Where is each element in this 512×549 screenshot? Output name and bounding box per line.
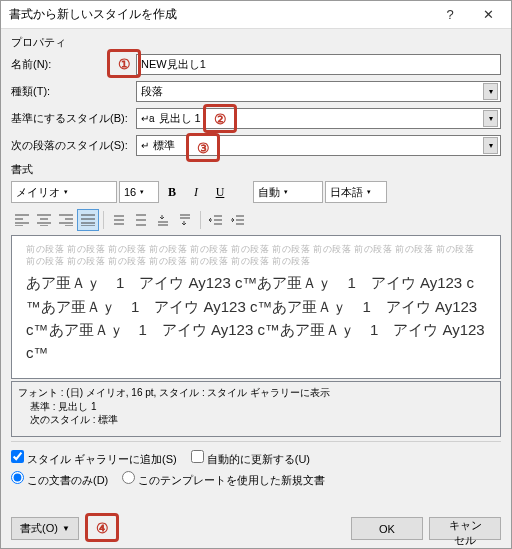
callout-1: ① (107, 49, 141, 78)
indent-increase-button[interactable] (227, 209, 249, 231)
paragraph-toolbar (11, 207, 501, 231)
divider (11, 441, 501, 442)
font-color-combo[interactable]: 自動▾ (253, 181, 323, 203)
chevron-down-icon: ▾ (140, 188, 144, 196)
type-label: 種類(T): (11, 84, 136, 99)
base-style-combo[interactable]: ↵a 見出し 1 ▾ (136, 108, 501, 129)
align-justify-button[interactable] (77, 209, 99, 231)
lang-combo[interactable]: 日本語▾ (325, 181, 387, 203)
desc-line-3: 次のスタイル : 標準 (18, 413, 494, 427)
auto-update-checkbox[interactable]: 自動的に更新する(U) (191, 450, 310, 467)
font-name-combo[interactable]: メイリオ▾ (11, 181, 117, 203)
chevron-down-icon: ▾ (367, 188, 371, 196)
callout-4: ④ (85, 513, 119, 542)
para-icon: ↵ (141, 140, 149, 151)
chevron-down-icon: ▾ (483, 137, 498, 154)
callout-2: ② (203, 104, 237, 133)
add-to-gallery-checkbox[interactable]: スタイル ギャラリーに追加(S) (11, 450, 177, 467)
font-size-combo[interactable]: 16▾ (119, 181, 159, 203)
chevron-down-icon: ▾ (64, 188, 68, 196)
title-bar: 書式から新しいスタイルを作成 ? ✕ (1, 1, 511, 29)
space-before-button[interactable] (152, 209, 174, 231)
callout-3: ③ (186, 133, 220, 162)
options-group: スタイル ギャラリーに追加(S) 自動的に更新する(U) この文書のみ(D) こ… (11, 450, 501, 488)
chevron-down-icon: ▾ (284, 188, 288, 196)
desc-line-2: 基準 : 見出し 1 (18, 400, 494, 414)
dialog-title: 書式から新しいスタイルを作成 (9, 6, 431, 23)
para-icon: ↵a (141, 113, 155, 124)
indent-decrease-button[interactable] (205, 209, 227, 231)
chevron-down-icon: ▼ (62, 524, 70, 533)
help-button[interactable]: ? (431, 3, 469, 27)
base-value: 見出し 1 (159, 111, 201, 126)
base-label: 基準にするスタイル(B): (11, 111, 136, 126)
next-label: 次の段落のスタイル(S): (11, 138, 136, 153)
type-combo[interactable]: 段落 ▾ (136, 81, 501, 102)
next-value: 標準 (153, 138, 175, 153)
section-properties: プロパティ (11, 35, 501, 50)
format-toolbar: メイリオ▾ 16▾ B I U 自動▾ 日本語▾ (11, 181, 501, 203)
separator (103, 211, 104, 229)
bold-button[interactable]: B (161, 181, 183, 203)
ok-button[interactable]: OK (351, 517, 423, 540)
dialog-create-style: 書式から新しいスタイルを作成 ? ✕ プロパティ 名前(N): ① 種類(T):… (0, 0, 512, 549)
line-spacing-1-button[interactable] (108, 209, 130, 231)
line-spacing-2-button[interactable] (130, 209, 152, 231)
italic-button[interactable]: I (185, 181, 207, 203)
align-center-button[interactable] (33, 209, 55, 231)
type-value: 段落 (141, 84, 163, 99)
this-document-radio[interactable]: この文書のみ(D) (11, 471, 108, 488)
dialog-footer: 書式(O)▼ ④ OK キャンセル (11, 517, 501, 540)
chevron-down-icon: ▾ (483, 83, 498, 100)
close-button[interactable]: ✕ (469, 3, 507, 27)
underline-button[interactable]: U (209, 181, 231, 203)
chevron-down-icon: ▾ (483, 110, 498, 127)
align-right-button[interactable] (55, 209, 77, 231)
preview-pane: 前の段落 前の段落 前の段落 前の段落 前の段落 前の段落 前の段落 前の段落 … (11, 235, 501, 379)
cancel-button[interactable]: キャンセル (429, 517, 501, 540)
preview-context-before: 前の段落 前の段落 前の段落 前の段落 前の段落 前の段落 前の段落 前の段落 … (26, 244, 486, 267)
name-input[interactable] (136, 54, 501, 75)
space-after-button[interactable] (174, 209, 196, 231)
align-left-button[interactable] (11, 209, 33, 231)
format-menu-button[interactable]: 書式(O)▼ (11, 517, 79, 540)
style-description: フォント : (日) メイリオ, 16 pt, スタイル : スタイル ギャラリ… (11, 381, 501, 437)
section-format: 書式 (11, 162, 501, 177)
preview-sample-text: あア亜Ａｙ 1 アイウ Ay123 c™あア亜Ａｙ 1 アイウ Ay123 c™… (26, 271, 486, 364)
template-radio[interactable]: このテンプレートを使用した新規文書 (122, 471, 325, 488)
separator (200, 211, 201, 229)
desc-line-1: フォント : (日) メイリオ, 16 pt, スタイル : スタイル ギャラリ… (18, 386, 494, 400)
